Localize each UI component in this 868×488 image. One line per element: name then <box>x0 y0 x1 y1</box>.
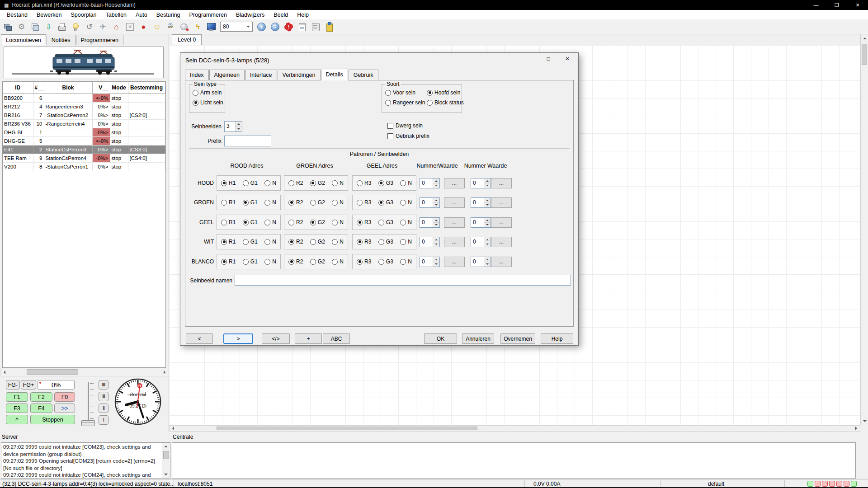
radio-wit-g3[interactable]: G3 <box>378 239 393 245</box>
dialog-minimize-button[interactable]: — <box>523 55 536 63</box>
speed-slider[interactable] <box>88 382 89 423</box>
value-spinner-2[interactable]: 0 <box>471 217 491 228</box>
spin-up-icon[interactable] <box>433 237 439 242</box>
refresh-icon[interactable]: ↺ <box>85 22 94 32</box>
radio-licht-sein[interactable]: Licht sein <box>193 99 223 106</box>
menu-tabellen[interactable]: Tabellen <box>101 12 131 18</box>
spin-up-icon[interactable] <box>484 237 491 242</box>
radio-groen-g1[interactable]: G1 <box>243 199 258 206</box>
speed-step-II[interactable]: II <box>99 404 108 413</box>
menu-auto[interactable]: Auto <box>131 12 152 18</box>
radio-geel-n[interactable]: N <box>264 219 276 225</box>
left-panel-hscrollbar[interactable] <box>0 368 169 376</box>
radio-geel-n[interactable]: N <box>332 219 344 225</box>
radio-blanco-g2[interactable]: G2 <box>310 258 325 265</box>
radio-groen-n[interactable]: N <box>332 199 344 206</box>
spinner-arrows[interactable] <box>433 198 439 207</box>
radio-geel-r1[interactable]: R1 <box>221 219 236 225</box>
table-row[interactable]: BR2167-StationCsPerron20%>stop[CS2:0] <box>3 111 165 120</box>
radio-rood-n[interactable]: N <box>332 180 344 186</box>
radio-wit-r3[interactable]: R3 <box>357 239 371 245</box>
spin-up-icon[interactable] <box>433 178 439 183</box>
scrollbar-thumb[interactable] <box>217 427 477 430</box>
seinbeelden-spinner[interactable]: 3 <box>224 121 242 132</box>
menu-spoorplan[interactable]: Spoorplan <box>66 12 101 18</box>
nav-button-[interactable]: > <box>223 333 253 344</box>
radio-geel-r2[interactable]: R2 <box>288 219 303 225</box>
table-row-selected[interactable]: E412StationCsPerron30%>stop[CS3:0] <box>3 145 165 154</box>
spin-down-icon[interactable] <box>433 242 439 247</box>
spinner-arrows[interactable] <box>433 218 439 227</box>
archive-icon[interactable] <box>311 22 321 32</box>
smiley-icon[interactable]: ☺ <box>152 22 162 32</box>
display-icon[interactable] <box>207 22 216 32</box>
value-button-2[interactable]: ... <box>491 197 512 208</box>
annuleren-button[interactable]: Annuleren <box>462 333 494 344</box>
canvas-hscrollbar[interactable] <box>169 425 860 432</box>
nav-button-[interactable]: </> <box>262 333 290 344</box>
value-spinner-2[interactable]: 0 <box>471 197 491 208</box>
radio-rood-g2[interactable]: G2 <box>310 180 325 186</box>
server-log[interactable]: 09:27:02 9999 could not initialize [COM2… <box>1 442 170 479</box>
radio-rood-n[interactable]: N <box>264 180 276 186</box>
value-button-1[interactable]: ... <box>444 257 465 267</box>
value-button-1[interactable]: ... <box>444 217 465 228</box>
value-spinner-1[interactable]: 0 <box>420 197 440 208</box>
menu-programmeren[interactable]: Programmeren <box>185 12 231 18</box>
radio-blanco-n[interactable]: N <box>400 258 412 265</box>
connect-icon[interactable]: ϟ <box>193 22 203 32</box>
menu-bestand[interactable]: Bestand <box>2 12 32 18</box>
speed-step-I[interactable]: I <box>99 415 108 425</box>
radio-blanco-r2[interactable]: R2 <box>288 258 303 265</box>
tab-programmeren[interactable]: Programmeren <box>76 35 123 45</box>
dwerg-sein-checkbox[interactable]: Dwerg sein <box>387 122 423 129</box>
maximize-button[interactable]: ❐ <box>826 0 847 10</box>
spin-up-icon[interactable] <box>433 257 439 262</box>
radio-wit-n[interactable]: N <box>264 239 276 245</box>
stop-icon[interactable]: ● <box>139 22 148 32</box>
radio-blanco-r1[interactable]: R1 <box>221 258 236 265</box>
spin-down-icon[interactable] <box>433 223 439 227</box>
print-icon[interactable] <box>57 22 67 32</box>
scroll-right-icon[interactable] <box>853 426 860 431</box>
workspace-icon[interactable] <box>3 22 13 32</box>
scroll-left-icon[interactable] <box>0 368 8 376</box>
value-button-2[interactable]: ... <box>491 178 512 188</box>
spin-up-icon[interactable] <box>484 218 491 223</box>
radio-voor-sein[interactable]: Voor sein <box>385 89 424 96</box>
value-button-1[interactable]: ... <box>444 237 465 247</box>
f3-button[interactable]: F3 <box>6 404 28 413</box>
radio-geel-g2[interactable]: G2 <box>310 219 325 225</box>
scrollbar-thumb[interactable] <box>862 44 867 65</box>
power-icon[interactable] <box>179 22 189 32</box>
radio-arm-sein[interactable]: Arm sein <box>193 89 223 96</box>
radio-groen-r2[interactable]: R2 <box>288 199 303 206</box>
tab-notities[interactable]: Notities <box>47 35 75 45</box>
scroll-left-icon[interactable] <box>170 426 176 431</box>
server-log-scrollbar[interactable] <box>162 443 170 478</box>
radio-rood-r1[interactable]: R1 <box>221 180 236 186</box>
table-row[interactable]: BR236 V3610-Rangeerterrein40%>stop <box>3 120 165 128</box>
seinbeeld-namen-input[interactable] <box>235 275 571 286</box>
spin-down-icon[interactable] <box>433 183 439 188</box>
scroll-down-icon[interactable] <box>162 471 170 478</box>
fg-plus-button[interactable]: FG+ <box>21 380 36 389</box>
scrollbar-thumb[interactable] <box>27 369 78 375</box>
radio-wit-g1[interactable]: G1 <box>243 239 258 245</box>
nav-button-[interactable]: + <box>295 333 322 344</box>
spin-up-icon[interactable] <box>433 198 439 203</box>
nav-button-[interactable]: < <box>186 333 213 344</box>
radio-rood-n[interactable]: N <box>400 180 412 186</box>
help-button[interactable]: Help <box>541 333 573 344</box>
dialog-tab-details[interactable]: Details <box>321 69 348 80</box>
f2-button[interactable]: F2 <box>30 392 52 402</box>
value-button-2[interactable]: ... <box>491 217 512 228</box>
spin-up-icon[interactable] <box>484 198 491 203</box>
radio-blanco-n[interactable]: N <box>332 258 344 265</box>
dialog-maximize-button[interactable]: □ <box>542 55 555 63</box>
speed-step-III[interactable]: III <box>99 392 108 401</box>
radio-blanco-g3[interactable]: G3 <box>378 258 393 265</box>
nav-button-abc[interactable]: ABC <box>323 333 350 344</box>
speed-step-IIII[interactable]: IIII <box>99 380 108 389</box>
close-button[interactable]: ✕ <box>847 0 868 10</box>
